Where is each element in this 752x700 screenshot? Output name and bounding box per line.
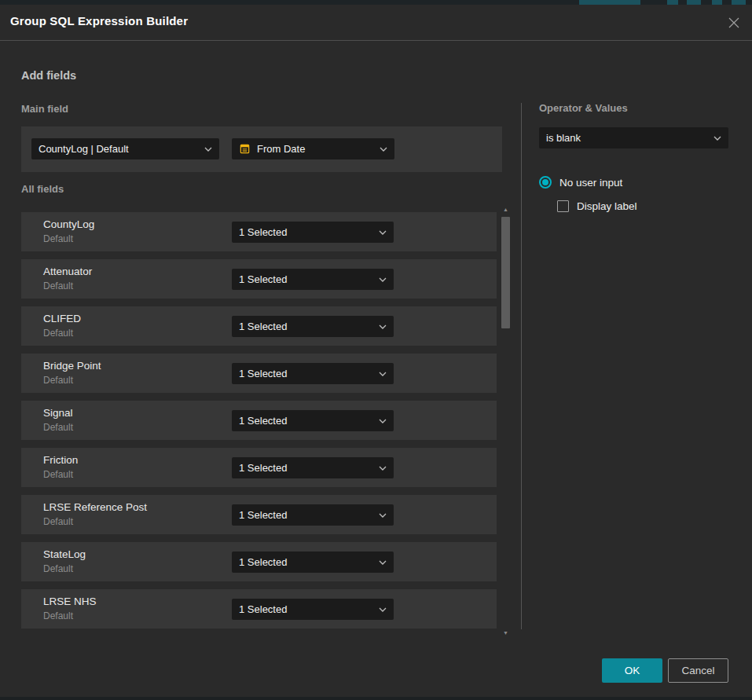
main-field-select[interactable]: From Date — [232, 138, 394, 159]
dialog-title: Group SQL Expression Builder — [10, 14, 188, 27]
field-name: StateLog — [43, 548, 86, 560]
field-subtitle: Default — [43, 233, 73, 244]
field-selected-value: 1 Selected — [239, 226, 374, 238]
field-row: Friction Default 1 Selected — [21, 448, 497, 487]
field-selected-value: 1 Selected — [239, 603, 374, 615]
chevron-down-icon — [379, 372, 387, 376]
chevron-down-icon — [379, 419, 387, 423]
calendar-date-icon — [239, 143, 251, 155]
column-divider — [521, 103, 522, 629]
field-subtitle: Default — [43, 610, 73, 621]
field-row: CLIFED Default 1 Selected — [21, 306, 497, 346]
chevron-down-icon — [379, 230, 387, 235]
field-subtitle: Default — [43, 516, 73, 527]
chevron-down-icon — [379, 324, 387, 329]
field-subtitle: Default — [43, 375, 73, 386]
field-subtitle: Default — [43, 422, 73, 433]
field-selected-dropdown[interactable]: 1 Selected — [232, 363, 394, 384]
field-name: CountyLog — [43, 218, 94, 230]
field-row: StateLog Default 1 Selected — [21, 542, 497, 581]
field-row: LRSE NHS Default 1 Selected — [21, 589, 497, 629]
field-subtitle: Default — [43, 328, 73, 339]
field-name: LRSE Reference Post — [43, 501, 147, 513]
field-selected-dropdown[interactable]: 1 Selected — [232, 316, 394, 337]
operator-values-label: Operator & Values — [539, 102, 628, 114]
main-field-panel: CountyLog | Default From Date — [21, 126, 502, 172]
chevron-down-icon — [379, 277, 387, 282]
field-selected-value: 1 Selected — [239, 415, 374, 427]
field-name: LRSE NHS — [43, 596, 97, 607]
operator-select[interactable]: is blank — [539, 127, 728, 148]
field-selected-dropdown[interactable]: 1 Selected — [232, 599, 394, 620]
chevron-down-icon — [380, 147, 387, 152]
close-icon[interactable] — [726, 15, 742, 31]
field-selected-value: 1 Selected — [239, 321, 374, 332]
all-fields-list: CountyLog Default 1 Selected Attenuator … — [21, 212, 497, 629]
chevron-down-icon — [713, 136, 721, 141]
field-name: Signal — [43, 407, 73, 419]
display-label-option[interactable]: Display label — [557, 200, 637, 212]
screen: Group SQL Expression Builder Add fields … — [0, 0, 752, 700]
scrollbar-down-arrow-icon[interactable]: ▼ — [501, 629, 511, 637]
operator-select-value: is blank — [546, 132, 709, 144]
field-selected-dropdown[interactable]: 1 Selected — [232, 457, 394, 478]
all-fields-label: All fields — [21, 183, 64, 195]
field-subtitle: Default — [43, 563, 73, 574]
display-label-label: Display label — [577, 200, 637, 212]
field-subtitle: Default — [43, 280, 73, 291]
field-selected-value: 1 Selected — [239, 556, 374, 568]
no-user-input-option[interactable]: No user input — [539, 176, 622, 189]
field-selected-dropdown[interactable]: 1 Selected — [232, 504, 394, 526]
background-app-edge-bottom — [0, 697, 752, 700]
display-label-checkbox[interactable] — [557, 200, 569, 212]
main-field-select-value: From Date — [257, 143, 375, 155]
add-fields-heading: Add fields — [21, 69, 76, 82]
ok-button[interactable]: OK — [602, 658, 662, 683]
field-row: LRSE Reference Post Default 1 Selected — [21, 495, 497, 534]
dialog-header: Group SQL Expression Builder — [0, 5, 752, 41]
field-selected-dropdown[interactable]: 1 Selected — [232, 222, 394, 243]
field-row: Bridge Point Default 1 Selected — [21, 354, 497, 393]
layer-select[interactable]: CountyLog | Default — [31, 138, 219, 159]
main-field-label: Main field — [21, 103, 68, 115]
field-name: Friction — [43, 454, 78, 466]
field-row: Signal Default 1 Selected — [21, 401, 497, 440]
cancel-button[interactable]: Cancel — [668, 658, 728, 683]
field-row: Attenuator Default 1 Selected — [21, 259, 497, 299]
field-selected-value: 1 Selected — [239, 462, 374, 474]
scrollbar-up-arrow-icon[interactable]: ▲ — [501, 206, 511, 214]
chevron-down-icon — [379, 560, 387, 565]
scrollbar-thumb[interactable] — [501, 217, 510, 328]
field-selected-value: 1 Selected — [239, 273, 374, 285]
group-sql-expression-builder-dialog: Group SQL Expression Builder Add fields … — [0, 5, 752, 697]
field-selected-dropdown[interactable]: 1 Selected — [232, 269, 394, 290]
field-row: CountyLog Default 1 Selected — [21, 212, 497, 251]
chevron-down-icon — [204, 147, 212, 152]
field-name: Attenuator — [43, 266, 92, 277]
field-selected-value: 1 Selected — [239, 509, 374, 521]
chevron-down-icon — [379, 607, 387, 612]
layer-select-value: CountyLog | Default — [39, 143, 200, 155]
no-user-input-label: No user input — [559, 177, 622, 189]
list-scrollbar[interactable]: ▲ ▼ — [501, 206, 511, 637]
no-user-input-radio[interactable] — [539, 176, 552, 189]
field-selected-dropdown[interactable]: 1 Selected — [232, 410, 394, 431]
chevron-down-icon — [379, 466, 387, 471]
field-selected-dropdown[interactable]: 1 Selected — [232, 552, 394, 573]
field-name: CLIFED — [43, 313, 81, 324]
field-selected-value: 1 Selected — [239, 368, 374, 379]
chevron-down-icon — [379, 513, 387, 518]
field-subtitle: Default — [43, 469, 73, 480]
field-name: Bridge Point — [43, 360, 101, 372]
